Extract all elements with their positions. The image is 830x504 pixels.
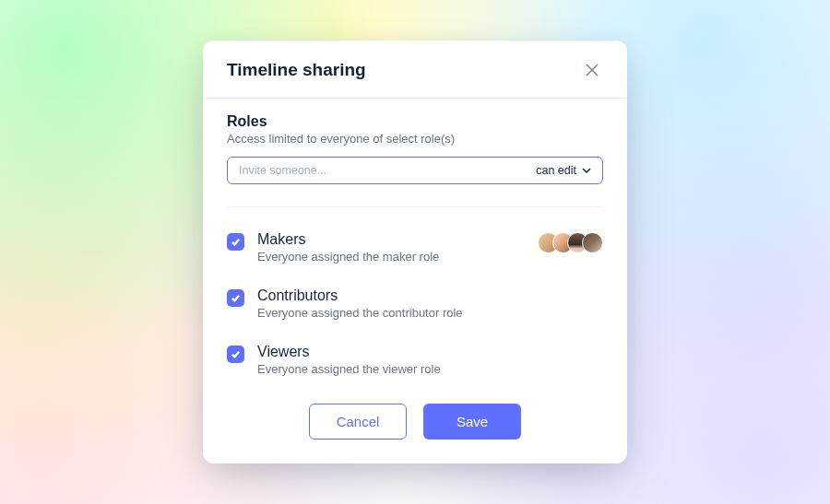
invite-input[interactable]	[239, 164, 527, 177]
role-checkbox[interactable]	[227, 233, 244, 251]
modal-footer: Cancel Save	[203, 394, 627, 463]
role-checkbox[interactable]	[227, 289, 244, 307]
modal-header: Timeline sharing	[203, 41, 627, 99]
cancel-button[interactable]: Cancel	[309, 404, 407, 440]
check-icon	[231, 349, 241, 359]
role-checkbox[interactable]	[227, 346, 244, 363]
check-icon	[231, 237, 241, 247]
modal-title: Timeline sharing	[227, 60, 366, 80]
sharing-modal: Timeline sharing Roles Access limited to…	[203, 41, 627, 463]
role-name: Contributors	[257, 287, 603, 304]
avatar-stack	[538, 232, 603, 253]
roles-section: Roles Access limited to everyone of sele…	[203, 99, 627, 193]
role-name: Makers	[257, 231, 525, 248]
roles-list: Makers Everyone assigned the maker role …	[203, 211, 627, 394]
role-desc: Everyone assigned the viewer role	[257, 362, 603, 376]
invite-field-wrapper: can edit	[227, 157, 603, 184]
close-button[interactable]	[581, 59, 603, 81]
permission-label: can edit	[536, 164, 576, 177]
role-row-viewers: Viewers Everyone assigned the viewer rol…	[227, 333, 603, 389]
save-button[interactable]: Save	[423, 404, 521, 440]
role-text: Viewers Everyone assigned the viewer rol…	[257, 344, 603, 376]
roles-subtitle: Access limited to everyone of select rol…	[227, 132, 603, 146]
role-row-makers: Makers Everyone assigned the maker role	[227, 220, 603, 276]
role-text: Makers Everyone assigned the maker role	[257, 231, 525, 264]
role-name: Viewers	[257, 344, 603, 360]
divider	[227, 206, 603, 207]
check-icon	[231, 293, 241, 303]
role-desc: Everyone assigned the maker role	[257, 250, 525, 264]
close-icon	[586, 64, 599, 76]
avatar	[582, 232, 603, 253]
roles-heading: Roles	[227, 113, 603, 130]
chevron-down-icon	[582, 166, 591, 175]
role-text: Contributors Everyone assigned the contr…	[257, 287, 603, 320]
permission-dropdown[interactable]: can edit	[536, 164, 591, 177]
role-desc: Everyone assigned the contributor role	[257, 306, 603, 320]
role-row-contributors: Contributors Everyone assigned the contr…	[227, 276, 603, 333]
